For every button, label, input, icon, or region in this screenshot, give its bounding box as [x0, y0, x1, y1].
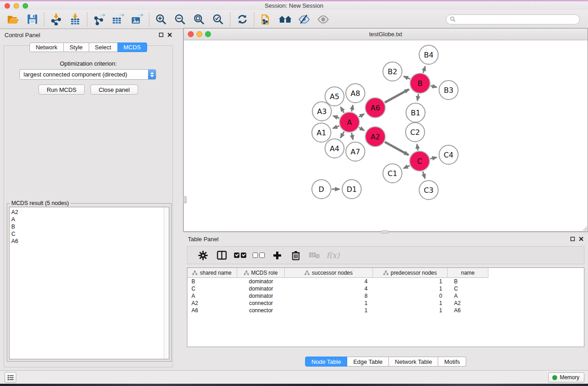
delete-column-trash-icon[interactable]: [287, 248, 304, 263]
tab-select[interactable]: Select: [89, 43, 118, 52]
edge-C-C3[interactable]: [423, 172, 425, 178]
graph-node-C2[interactable]: C2: [406, 123, 425, 142]
graph-node-B2[interactable]: B2: [383, 62, 402, 81]
graph-node-A3[interactable]: A3: [312, 102, 331, 121]
cell-shared-name[interactable]: A6: [187, 307, 237, 314]
float-panel-icon[interactable]: [570, 237, 575, 241]
column-header-successor-nodes[interactable]: successor nodes: [285, 268, 373, 278]
optimization-select[interactable]: largest connected component (directed): [19, 69, 156, 80]
tab-motifs[interactable]: Motifs: [438, 357, 466, 367]
edge-B-B2[interactable]: [404, 76, 410, 79]
graph-node-D[interactable]: D: [312, 180, 331, 199]
save-session-icon[interactable]: [23, 11, 42, 28]
network-document-icon[interactable]: [257, 11, 276, 28]
memory-button[interactable]: Memory: [548, 372, 584, 382]
mcds-result-item[interactable]: A6: [10, 238, 164, 245]
show-eye-icon[interactable]: [314, 11, 333, 28]
export-network-icon[interactable]: [90, 11, 109, 28]
table-row[interactable]: A2connector11A2: [187, 300, 584, 307]
panel-collapse-handle[interactable]: [183, 196, 186, 203]
graph-node-B1[interactable]: B1: [406, 103, 425, 122]
table-settings-gear-icon[interactable]: [195, 248, 211, 263]
cell-shared-name[interactable]: A: [187, 292, 237, 300]
graph-node-C3[interactable]: C3: [419, 181, 438, 200]
cell-name[interactable]: B: [448, 278, 488, 285]
cell-name[interactable]: A: [448, 292, 488, 300]
edge-A-A1[interactable]: [333, 126, 339, 128]
cell-MCDS-role[interactable]: connector: [237, 300, 285, 307]
tab-style[interactable]: Style: [64, 43, 89, 52]
delete-table-icon[interactable]: [306, 248, 323, 263]
column-header-shared-name[interactable]: shared name: [187, 268, 237, 278]
column-header-MCDS-role[interactable]: MCDS role: [237, 268, 285, 278]
edge-A-A3[interactable]: [333, 116, 339, 118]
cell-shared-name[interactable]: B: [187, 278, 237, 285]
tab-edge-table[interactable]: Edge Table: [347, 357, 389, 367]
graph-node-B3[interactable]: B3: [439, 81, 458, 100]
edge-B-B1[interactable]: [417, 94, 418, 101]
edge-A-A6[interactable]: [359, 114, 364, 117]
close-panel-icon[interactable]: [167, 33, 172, 37]
cell-predecessor-nodes[interactable]: 1: [373, 300, 448, 307]
edge-A-A5[interactable]: [341, 107, 344, 113]
edge-A6-B[interactable]: [385, 89, 409, 102]
cell-predecessor-nodes[interactable]: 1: [373, 278, 448, 285]
zoom-fit-icon[interactable]: [190, 11, 209, 28]
table-row[interactable]: Adominator80A: [187, 292, 584, 300]
list-scrollbar[interactable]: [164, 207, 169, 359]
cell-successor-nodes[interactable]: 4: [285, 278, 373, 285]
graph-node-A1[interactable]: A1: [312, 123, 331, 142]
cell-name[interactable]: A6: [448, 307, 488, 314]
edge-A-A2[interactable]: [359, 128, 364, 131]
network-window-titlebar[interactable]: testGlobe.txt: [184, 29, 588, 40]
cell-MCDS-role[interactable]: dominator: [237, 278, 285, 285]
show-columns-icon[interactable]: [213, 248, 230, 263]
zoom-selected-icon[interactable]: [209, 11, 228, 28]
network-canvas[interactable]: B4B2BB3A8A5A6A3B1AA1C2A2A4A7C4CC1C3DD1: [184, 40, 588, 231]
table-row[interactable]: A6connector11A6: [187, 307, 584, 314]
graph-node-A7[interactable]: A7: [346, 142, 365, 161]
open-folder-icon[interactable]: [4, 11, 23, 28]
cell-successor-nodes[interactable]: 8: [285, 292, 373, 300]
table-row[interactable]: Bdominator41B: [187, 278, 584, 285]
search-field[interactable]: [446, 14, 580, 24]
task-history-button[interactable]: [5, 372, 16, 383]
table-header-row[interactable]: shared nameMCDS rolesuccessor nodesprede…: [187, 268, 584, 278]
graph-node-A8[interactable]: A8: [346, 84, 365, 103]
cell-predecessor-nodes[interactable]: 1: [373, 285, 448, 292]
mcds-result-item[interactable]: B: [10, 223, 164, 230]
tab-node-table[interactable]: Node Table: [305, 357, 348, 367]
tab-mcds[interactable]: MCDS: [118, 43, 147, 52]
cell-MCDS-role[interactable]: connector: [237, 307, 285, 314]
cell-MCDS-role[interactable]: dominator: [237, 285, 285, 292]
zoom-in-icon[interactable]: [152, 11, 171, 28]
run-mcds-button[interactable]: Run MCDS: [38, 85, 85, 95]
home-icon[interactable]: [276, 11, 295, 28]
table-row[interactable]: Cdominator41C: [187, 285, 584, 292]
graph-node-A4[interactable]: A4: [325, 139, 344, 158]
edge-C-C4[interactable]: [430, 157, 436, 159]
zoom-out-icon[interactable]: [171, 11, 190, 28]
create-column-plus-icon[interactable]: [269, 248, 286, 263]
edge-A2-C[interactable]: [385, 142, 408, 155]
cell-predecessor-nodes[interactable]: 1: [373, 307, 448, 314]
mcds-result-item[interactable]: A: [10, 216, 164, 223]
import-network-icon[interactable]: [47, 11, 66, 28]
window-resize-grip[interactable]: [582, 225, 587, 231]
export-table-icon[interactable]: [109, 11, 128, 28]
edge-A-A8[interactable]: [352, 105, 353, 111]
graph-node-C4[interactable]: C4: [439, 145, 458, 164]
graph-node-A6[interactable]: A6: [365, 98, 385, 118]
edge-C-C1[interactable]: [404, 166, 410, 168]
tab-network[interactable]: Network: [29, 43, 64, 52]
close-panel-button[interactable]: Close panel: [91, 85, 138, 95]
graph-node-C[interactable]: C: [410, 151, 430, 171]
unselect-all-columns-icon[interactable]: [250, 248, 267, 263]
cell-shared-name[interactable]: A2: [187, 300, 237, 307]
graph-node-A5[interactable]: A5: [325, 87, 344, 106]
edge-B-B4[interactable]: [423, 67, 425, 73]
cell-name[interactable]: A2: [448, 300, 488, 307]
graph-node-A2[interactable]: A2: [365, 127, 385, 147]
column-header-predecessor-nodes[interactable]: predecessor nodes: [373, 268, 448, 278]
cell-name[interactable]: C: [448, 285, 488, 292]
